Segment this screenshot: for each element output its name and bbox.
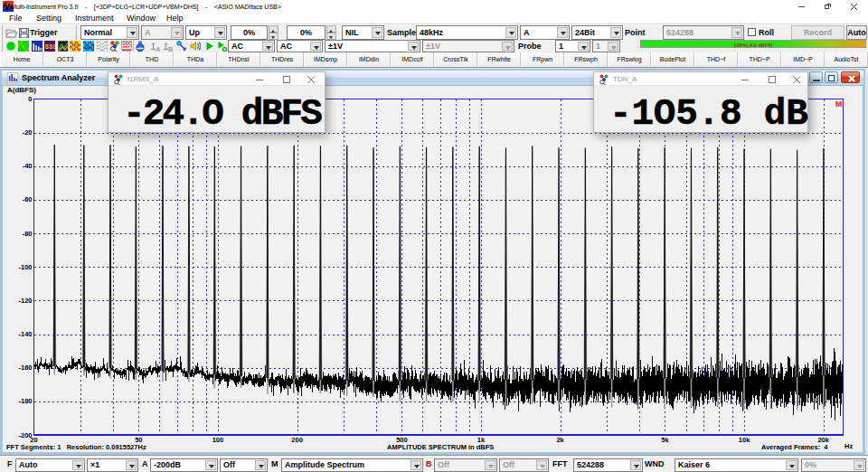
svg-text:-180: -180 — [18, 397, 32, 405]
svg-text:Hz: Hz — [844, 442, 853, 450]
svg-text:-40: -40 — [23, 162, 33, 170]
svg-text:5k: 5k — [661, 436, 669, 444]
svg-text:Mi: Mi — [835, 99, 844, 109]
svg-text:-120: -120 — [18, 297, 32, 305]
svg-text:100: 100 — [212, 436, 224, 444]
svg-text:2k: 2k — [556, 436, 564, 444]
svg-text:-160: -160 — [18, 363, 32, 372]
svg-text:-60: -60 — [23, 195, 33, 203]
svg-text:10k: 10k — [739, 436, 750, 444]
svg-text:-140: -140 — [18, 330, 32, 338]
svg-text:-100: -100 — [18, 263, 32, 271]
svg-text:0: 0 — [28, 95, 32, 103]
svg-text:-20: -20 — [23, 128, 33, 137]
svg-text:200: 200 — [291, 436, 303, 444]
svg-text:-80: -80 — [23, 230, 33, 238]
